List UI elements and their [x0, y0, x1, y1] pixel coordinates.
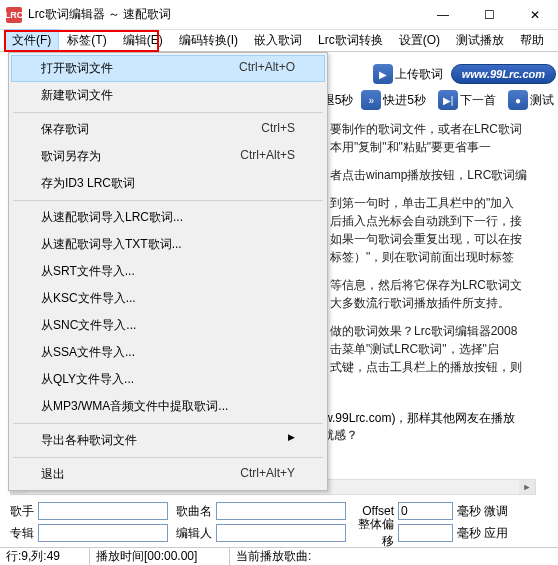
wholeoffset-label: 整体偏移	[350, 516, 394, 550]
menu-item[interactable]: 从MP3/WMA音频文件中提取歌词...	[11, 393, 325, 420]
menu-separator	[13, 423, 323, 424]
website-link[interactable]: www.99Lrc.com	[451, 64, 556, 84]
current-song: 当前播放歌曲:	[230, 548, 558, 565]
window-title: Lrc歌词编辑器 ～ 速配歌词	[28, 6, 420, 23]
wholeoffset-input[interactable]	[398, 524, 453, 542]
menu-settings[interactable]: 设置(O)	[391, 29, 448, 52]
next-button[interactable]: ▶|下一首	[434, 88, 500, 112]
titlebar: LRC Lrc歌词编辑器 ～ 速配歌词 — ☐ ✕	[0, 0, 558, 30]
menu-edit[interactable]: 编辑(E)	[115, 29, 171, 52]
window-controls: — ☐ ✕	[420, 0, 558, 29]
menu-testplay[interactable]: 测试播放	[448, 29, 512, 52]
menu-embed[interactable]: 嵌入歌词	[246, 29, 310, 52]
menu-encoding[interactable]: 编码转换(I)	[171, 29, 246, 52]
upload-lyrics-button[interactable]: ▶ 上传歌词	[369, 62, 447, 86]
menu-item[interactable]: 从速配歌词导入TXT歌词...	[11, 231, 325, 258]
menu-item[interactable]: 从QLY文件导入...	[11, 366, 325, 393]
menu-item[interactable]: 新建歌词文件	[11, 82, 325, 109]
submenu-arrow-icon: ▶	[288, 432, 295, 449]
offset-input[interactable]	[398, 502, 453, 520]
scroll-right-icon[interactable]: ►	[519, 480, 535, 494]
menu-item[interactable]: 存为ID3 LRC歌词	[11, 170, 325, 197]
statusbar: 行:9,列:49 播放时间[00:00.00] 当前播放歌曲:	[0, 547, 558, 565]
title-label: 歌曲名	[172, 503, 212, 520]
toolbar-player-row: 退5秒 »快进5秒 ▶|下一首 ●测试	[323, 88, 558, 112]
fastforward-icon: »	[361, 90, 381, 110]
menu-item[interactable]: 保存歌词Ctrl+S	[11, 116, 325, 143]
menu-item[interactable]: 从SNC文件导入...	[11, 312, 325, 339]
menubar: 文件(F) 标签(T) 编辑(E) 编码转换(I) 嵌入歌词 Lrc歌词转换 设…	[0, 30, 558, 52]
minimize-button[interactable]: —	[420, 0, 466, 29]
editor-input[interactable]	[216, 524, 346, 542]
menu-separator	[13, 112, 323, 113]
test-button[interactable]: ●测试	[504, 88, 558, 112]
ms-label-2: 毫秒 应用	[457, 525, 508, 542]
title-input[interactable]	[216, 502, 346, 520]
menu-item[interactable]: 从KSC文件导入...	[11, 285, 325, 312]
singer-input[interactable]	[38, 502, 168, 520]
app-icon: LRC	[6, 7, 22, 23]
editor-label: 编辑人	[172, 525, 212, 542]
menu-item[interactable]: 从SRT文件导入...	[11, 258, 325, 285]
menu-item[interactable]: 退出Ctrl+Alt+Y	[11, 461, 325, 488]
menu-item[interactable]: 歌词另存为Ctrl+Alt+S	[11, 143, 325, 170]
menu-separator	[13, 200, 323, 201]
menu-tags[interactable]: 标签(T)	[59, 29, 114, 52]
editor-content[interactable]: 要制作的歌词文件，或者在LRC歌词本用"复制"和"粘贴"要更省事一 者点击win…	[330, 120, 554, 386]
album-input[interactable]	[38, 524, 168, 542]
upload-icon: ▶	[373, 64, 393, 84]
menu-convert[interactable]: Lrc歌词转换	[310, 29, 391, 52]
upload-label: 上传歌词	[395, 66, 443, 83]
maximize-button[interactable]: ☐	[466, 0, 512, 29]
record-icon: ●	[508, 90, 528, 110]
metadata-form: 歌手 歌曲名 Offset 毫秒 微调 专辑 编辑人 整体偏移 毫秒 应用	[4, 501, 554, 545]
menu-help[interactable]: 帮助	[512, 29, 552, 52]
ms-label-1: 毫秒 微调	[457, 503, 508, 520]
album-label: 专辑	[4, 525, 34, 542]
cursor-position: 行:9,列:49	[0, 548, 90, 565]
next-icon: ▶|	[438, 90, 458, 110]
forward5-button[interactable]: »快进5秒	[357, 88, 430, 112]
menu-separator	[13, 457, 323, 458]
file-dropdown: 打开歌词文件Ctrl+Alt+O新建歌词文件保存歌词Ctrl+S歌词另存为Ctr…	[8, 52, 328, 491]
menu-item[interactable]: 从SSA文件导入...	[11, 339, 325, 366]
menu-item[interactable]: 打开歌词文件Ctrl+Alt+O	[11, 55, 325, 82]
play-time: 播放时间[00:00.00]	[90, 548, 230, 565]
close-button[interactable]: ✕	[512, 0, 558, 29]
menu-file[interactable]: 文件(F)	[4, 29, 59, 52]
menu-item[interactable]: 从速配歌词导入LRC歌词...	[11, 204, 325, 231]
menu-item[interactable]: 导出各种歌词文件▶	[11, 427, 325, 454]
singer-label: 歌手	[4, 503, 34, 520]
